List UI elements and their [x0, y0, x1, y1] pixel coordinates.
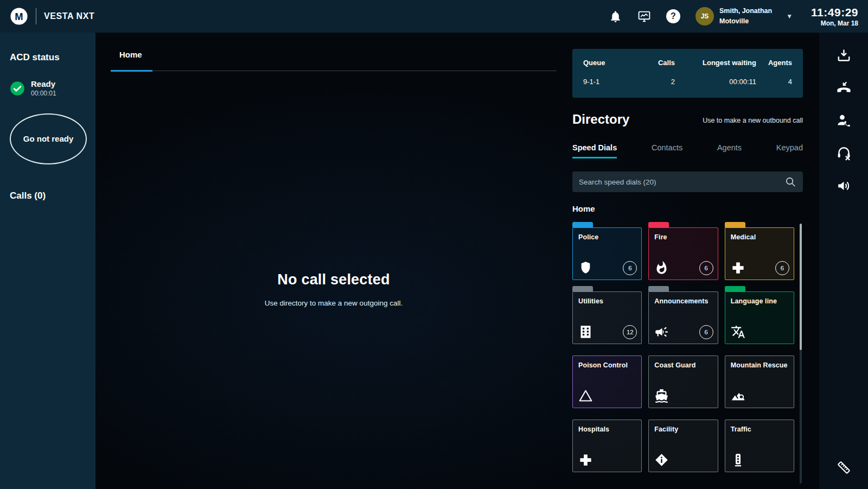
- go-not-ready-button[interactable]: Go not ready: [10, 113, 87, 164]
- folder-tab: [648, 350, 718, 355]
- speed-dial-tile[interactable]: Poison Control: [572, 350, 642, 408]
- tile-label: Poison Control: [578, 361, 636, 369]
- tile-label: Traffic: [731, 426, 788, 433]
- tile-body[interactable]: Traffic: [725, 420, 794, 472]
- folder-tab: [572, 286, 642, 291]
- folder-tab: [725, 350, 794, 355]
- user-location: Motoville: [719, 17, 749, 25]
- tile-body[interactable]: Utilities12: [572, 291, 642, 344]
- clock-date: Mon, Mar 18: [811, 20, 858, 27]
- medical-cross-icon: [731, 261, 745, 275]
- medical-cross-icon: [578, 453, 593, 467]
- ready-check-icon: [10, 81, 25, 96]
- queue-cell: 4: [756, 78, 792, 86]
- tile-body[interactable]: Facility: [648, 420, 718, 472]
- directory-tab-speed-dials[interactable]: Speed Dials: [572, 143, 617, 158]
- scrollbar-thumb[interactable]: [800, 224, 802, 350]
- speed-dial-tile[interactable]: Hospitals: [572, 414, 642, 472]
- queue-header-cell: Calls: [640, 59, 675, 67]
- app-root: M VESTA NXT ? JS: [0, 0, 868, 489]
- headset-off-button[interactable]: [834, 143, 853, 163]
- workspace-tabstrip: Home: [111, 50, 557, 71]
- screens-button[interactable]: [637, 10, 651, 23]
- ruler-button[interactable]: [834, 458, 853, 477]
- tile-label: Coast Guard: [654, 361, 712, 369]
- folder-tab: [725, 286, 794, 291]
- tile-body[interactable]: Police6: [572, 227, 642, 280]
- search-input[interactable]: [572, 172, 803, 192]
- user-name: Smith, Jonathan: [719, 7, 772, 15]
- speed-dial-tile[interactable]: Facility: [648, 414, 718, 472]
- tile-count-badge: 6: [699, 261, 713, 275]
- speed-dial-tile[interactable]: Mountain Rescue: [725, 350, 794, 408]
- megaphone-icon: [654, 325, 669, 339]
- tile-body[interactable]: Fire6: [648, 227, 718, 280]
- empty-state-title: No call selected: [111, 271, 557, 288]
- clock: 11:49:29 Mon, Mar 18: [811, 6, 858, 27]
- call-down-button[interactable]: [834, 78, 853, 98]
- bell-icon: [609, 10, 622, 23]
- speed-dial-tile[interactable]: Police6: [572, 222, 642, 280]
- ready-state-label: Ready: [31, 79, 56, 88]
- medical-cross-icon: [578, 453, 593, 467]
- folder-tab: [648, 414, 718, 420]
- speed-dial-tile[interactable]: Language line: [725, 286, 794, 344]
- directory-tab-agents[interactable]: Agents: [717, 143, 742, 158]
- queue-header-cell: Queue: [583, 59, 640, 67]
- motorola-logo-icon: M: [10, 7, 28, 26]
- notifications-button[interactable]: [609, 10, 622, 23]
- tile-label: Medical: [731, 233, 788, 241]
- tile-label: Fire: [654, 233, 712, 241]
- agent-call-icon: [836, 113, 852, 129]
- chevron-down-icon[interactable]: ▼: [786, 12, 793, 20]
- search-icon[interactable]: [784, 176, 796, 188]
- tile-body[interactable]: Announcements6: [648, 291, 718, 344]
- speed-dial-tile[interactable]: Traffic: [725, 414, 794, 472]
- queue-cell: 2: [640, 78, 675, 86]
- speed-dial-tile[interactable]: Medical6: [725, 222, 794, 280]
- tile-label: Announcements: [654, 297, 712, 305]
- volume-button[interactable]: [834, 176, 853, 195]
- tile-body[interactable]: Hospitals: [572, 420, 642, 472]
- queue-header-row: QueueCallsLongest waitingAgents: [583, 59, 792, 67]
- agent-call-button[interactable]: [834, 111, 853, 130]
- folder-tab: [725, 222, 794, 227]
- warning-triangle-icon: [578, 389, 593, 403]
- user-name-block: Smith, Jonathan Motoville: [719, 6, 772, 27]
- tile-body[interactable]: Mountain Rescue: [725, 355, 794, 408]
- ready-timer: 00:00:01: [31, 90, 56, 97]
- queue-header-cell: Longest waiting: [675, 59, 756, 67]
- clock-time: 11:49:29: [811, 6, 858, 19]
- tile-body[interactable]: Coast Guard: [648, 355, 718, 408]
- brand-area: M VESTA NXT: [10, 7, 94, 26]
- tab-home[interactable]: Home: [119, 50, 142, 59]
- queue-cell: 9-1-1: [583, 78, 640, 86]
- boat-icon: [654, 389, 669, 403]
- speed-dial-tile[interactable]: Announcements6: [648, 286, 718, 344]
- speed-dial-tile[interactable]: Fire6: [648, 222, 718, 280]
- app-title: VESTA NXT: [44, 11, 94, 21]
- tile-body[interactable]: Poison Control: [572, 355, 642, 408]
- directory-panel: QueueCallsLongest waitingAgents 9-1-1200…: [572, 33, 803, 489]
- user-menu[interactable]: JS Smith, Jonathan Motoville ▼: [695, 6, 793, 27]
- help-button[interactable]: ?: [666, 9, 680, 23]
- tile-body[interactable]: Medical6: [725, 227, 794, 280]
- tile-count-badge: 6: [699, 325, 713, 339]
- call-pickup-button[interactable]: [834, 46, 853, 65]
- tile-label: Facility: [654, 426, 712, 433]
- directory-header: Directory Use to make a new outbound cal…: [572, 112, 803, 127]
- flame-icon: [654, 261, 669, 275]
- tab-home-underline: [111, 70, 152, 72]
- tile-body[interactable]: Language line: [725, 291, 794, 344]
- translate-icon: [731, 325, 745, 339]
- mountain-search-icon: [731, 389, 745, 403]
- divider: [36, 8, 36, 24]
- directory-tab-contacts[interactable]: Contacts: [652, 143, 682, 158]
- acd-status-title: ACD status: [10, 52, 86, 63]
- directory-tab-keypad[interactable]: Keypad: [776, 143, 803, 158]
- speed-dial-tile[interactable]: Utilities12: [572, 286, 642, 344]
- directory-scrollbar: [800, 224, 802, 484]
- queue-data-row[interactable]: 9-1-1200:00:114: [583, 78, 792, 86]
- tile-label: Mountain Rescue: [731, 361, 788, 369]
- speed-dial-tile[interactable]: Coast Guard: [648, 350, 718, 408]
